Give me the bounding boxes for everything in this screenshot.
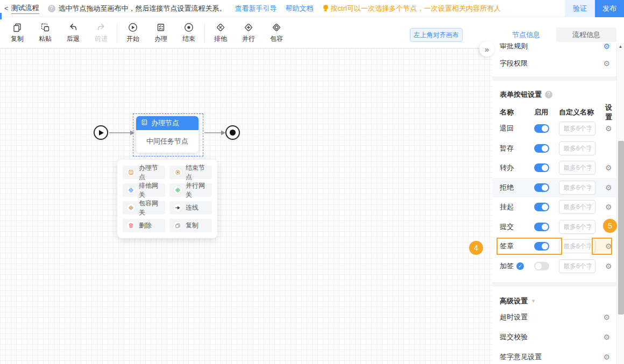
tool-redo[interactable]: 前进	[87, 22, 115, 44]
inclusive-gateway-icon	[271, 22, 282, 33]
gear-icon[interactable]: ⚙	[603, 353, 610, 361]
tool-inclusive-gateway[interactable]: 包容	[263, 22, 290, 44]
custom-name-input[interactable]	[559, 259, 595, 273]
properties-panel: 节点信息 流程信息 审批规则 ⚙ 字段权限 ⚙ 表单按钮设置 ? 名称 启用 自…	[492, 17, 624, 364]
advanced-settings-title[interactable]: 高级设置 ▼	[500, 295, 610, 307]
align-canvas-button[interactable]: 左上角对齐画布	[410, 28, 463, 42]
guide-link[interactable]: 查看新手引导	[235, 4, 277, 13]
row-timeout-settings[interactable]: 超时设置 ⚙	[500, 307, 610, 327]
tool-exclusive-gateway[interactable]: 排他	[207, 22, 235, 44]
toggle-on[interactable]	[534, 223, 549, 231]
row-field-permissions[interactable]: 字段权限 ⚙	[500, 54, 610, 73]
tool-paste[interactable]: 粘贴	[31, 22, 59, 44]
menu-item-exclusive-gateway[interactable]: 排他网关	[123, 183, 165, 197]
tool-label: 包容	[270, 34, 283, 44]
gear-icon[interactable]: ⚙	[605, 203, 612, 211]
tool-task-node[interactable]: 办理	[147, 22, 175, 44]
custom-name-input[interactable]	[559, 220, 595, 234]
redo-icon	[96, 22, 107, 33]
end-event-node[interactable]	[225, 125, 240, 140]
task-node[interactable]: 办理节点 中间任务节点	[136, 116, 198, 153]
tool-start-node[interactable]: 开始	[119, 22, 147, 44]
gear-icon[interactable]: ⚙	[605, 164, 612, 172]
tool-label: 并行	[242, 34, 255, 44]
tab-node-info[interactable]: 节点信息	[496, 27, 556, 42]
custom-name-input[interactable]	[559, 181, 595, 195]
custom-name-input[interactable]	[559, 122, 595, 135]
section-divider	[492, 282, 616, 287]
gear-icon[interactable]: ⚙	[603, 313, 610, 321]
task-node-header: 办理节点	[136, 116, 198, 130]
docs-link[interactable]: 帮助文档	[286, 4, 314, 13]
tool-parallel-gateway[interactable]: 并行	[235, 22, 263, 44]
end-dot-icon	[230, 130, 236, 135]
button-row-return: 退回 ⚙	[500, 119, 610, 139]
form-buttons-table-header: 名称 启用 自定义名称 设置	[500, 103, 610, 119]
custom-name-input[interactable]	[559, 161, 595, 175]
gear-icon[interactable]: ⚙	[605, 125, 612, 132]
custom-name-input[interactable]	[559, 239, 595, 253]
gear-icon[interactable]: ⚙	[603, 60, 610, 67]
publish-button[interactable]: 发布	[595, 0, 624, 17]
menu-item-task-node[interactable]: 办理节点	[123, 166, 165, 179]
menu-item-label: 办理节点	[139, 163, 161, 182]
menu-item-end-node[interactable]: 结束节点	[169, 166, 212, 179]
tool-label: 粘贴	[39, 34, 52, 44]
row-submit-validation[interactable]: 提交校验 ⚙	[500, 327, 610, 347]
tool-undo[interactable]: 后退	[59, 22, 87, 44]
button-name: 挂起	[500, 202, 534, 212]
panel-scrollbar[interactable]: ▲	[616, 43, 624, 364]
toggle-on[interactable]	[534, 124, 549, 133]
start-event-node[interactable]	[94, 125, 108, 140]
button-row-transfer: 转办 ⚙	[500, 158, 610, 178]
tab-flow-info[interactable]: 流程信息	[556, 27, 616, 42]
menu-item-parallel-gateway[interactable]: 并行网关	[169, 183, 212, 197]
row-approval-rules[interactable]: 审批规则 ⚙	[500, 43, 610, 54]
connector-lines	[0, 48, 492, 364]
gear-icon[interactable]: ⚙	[603, 333, 610, 341]
page-title: 测试流程	[11, 3, 39, 14]
scrollbar-thumb[interactable]	[618, 141, 624, 315]
toggle-off[interactable]	[534, 262, 549, 270]
tool-end-node[interactable]: 结束	[175, 22, 203, 44]
row-sign-opinion-settings[interactable]: 签字意见设置 ⚙	[500, 347, 610, 364]
ctrl-tip-text: 按ctrl可以一次选择多个节点，一次设置相关内容所有人	[331, 4, 501, 13]
gear-icon[interactable]: ⚙	[605, 262, 612, 270]
hint-text: 选中节点拖动至画布中，然后连接节点设置流程关系。	[59, 4, 226, 13]
flow-canvas[interactable]: 办理节点 中间任务节点 办理节点 结束节点 排他网关	[0, 48, 492, 364]
tool-copy[interactable]: 复制	[3, 22, 31, 44]
button-name: 拒绝	[500, 183, 534, 192]
menu-item-delete[interactable]: 删除	[123, 219, 165, 232]
button-row-signature: 签章 ⚙	[500, 237, 610, 256]
gear-icon[interactable]: ⚙	[605, 184, 612, 191]
exclusive-gateway-icon	[126, 185, 136, 195]
parallel-gateway-icon	[173, 185, 182, 195]
gear-icon[interactable]: ⚙	[605, 242, 612, 250]
toolbar-divider	[117, 24, 117, 42]
toggle-on[interactable]	[534, 242, 549, 251]
toggle-on[interactable]	[534, 144, 549, 153]
scroll-up-arrow[interactable]: ▲	[617, 44, 624, 49]
button-name: 提交	[500, 222, 534, 232]
tool-label: 开始	[126, 34, 139, 44]
verify-button[interactable]: 验证	[565, 0, 595, 17]
gear-icon[interactable]: ⚙	[603, 43, 610, 50]
tool-label: 结束	[182, 34, 195, 44]
back-link[interactable]: < 测试流程	[4, 3, 39, 14]
toggle-on[interactable]	[534, 163, 549, 172]
tool-label: 办理	[154, 34, 167, 44]
help-icon: ?	[545, 91, 552, 98]
toggle-on[interactable]	[534, 203, 549, 211]
custom-name-input[interactable]	[559, 141, 595, 155]
menu-item-inclusive-gateway[interactable]: 包容网关	[123, 201, 165, 215]
button-row-submit: 提交	[500, 217, 610, 237]
copy-icon	[12, 22, 23, 33]
menu-item-connect-line[interactable]: 连线	[169, 201, 212, 215]
menu-item-copy[interactable]: 复制	[169, 219, 212, 232]
tool-label: 复制	[11, 34, 24, 44]
custom-name-input[interactable]	[559, 200, 595, 214]
toggle-on[interactable]	[534, 183, 549, 192]
panel-collapse-button[interactable]: »	[479, 41, 494, 56]
back-icon: <	[4, 4, 9, 12]
menu-item-label: 包容网关	[139, 199, 161, 217]
